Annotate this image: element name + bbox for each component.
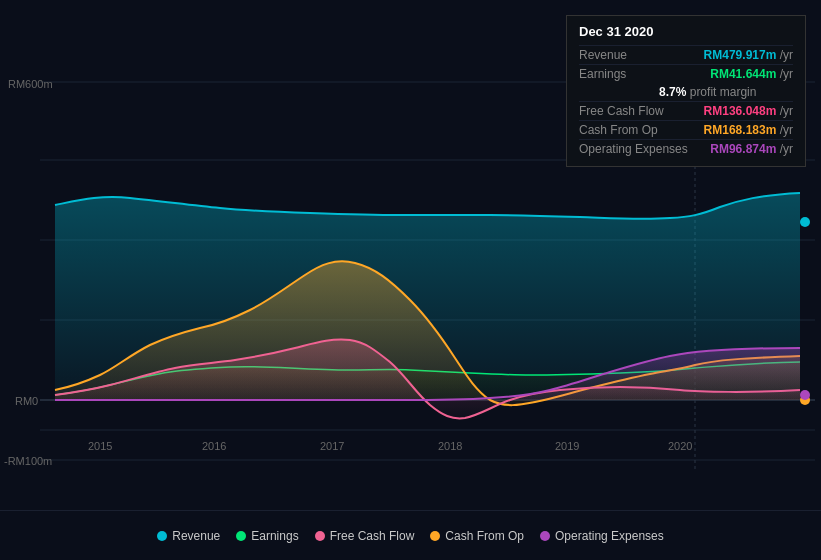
legend-dot-opex <box>540 531 550 541</box>
tooltip-row-earnings: Earnings RM41.644m /yr <box>579 64 793 83</box>
tooltip-value-fcf: RM136.048m /yr <box>704 104 793 118</box>
svg-point-9 <box>800 217 810 227</box>
legend-label-cashfromop: Cash From Op <box>445 529 524 543</box>
legend-item-revenue[interactable]: Revenue <box>157 529 220 543</box>
tooltip-value-cashfromop: RM168.183m /yr <box>704 123 793 137</box>
y-label-neg100m: -RM100m <box>4 455 52 467</box>
tooltip-value-revenue: RM479.917m /yr <box>704 48 793 62</box>
tooltip-date: Dec 31 2020 <box>579 24 793 39</box>
tooltip-label-opex: Operating Expenses <box>579 142 688 156</box>
tooltip-row-margin: 8.7% profit margin <box>579 83 793 101</box>
legend: Revenue Earnings Free Cash Flow Cash Fro… <box>0 510 821 560</box>
tooltip-row-cashfromop: Cash From Op RM168.183m /yr <box>579 120 793 139</box>
legend-dot-earnings <box>236 531 246 541</box>
tooltip-label-earnings: Earnings <box>579 67 626 81</box>
x-label-2018: 2018 <box>438 440 462 452</box>
legend-label-earnings: Earnings <box>251 529 298 543</box>
tooltip-box: Dec 31 2020 Revenue RM479.917m /yr Earni… <box>566 15 806 167</box>
tooltip-value-margin: 8.7% profit margin <box>659 85 756 99</box>
legend-label-fcf: Free Cash Flow <box>330 529 415 543</box>
legend-dot-revenue <box>157 531 167 541</box>
x-label-2019: 2019 <box>555 440 579 452</box>
tooltip-row-revenue: Revenue RM479.917m /yr <box>579 45 793 64</box>
tooltip-value-opex: RM96.874m /yr <box>710 142 793 156</box>
tooltip-label-revenue: Revenue <box>579 48 627 62</box>
legend-item-fcf[interactable]: Free Cash Flow <box>315 529 415 543</box>
tooltip-row-fcf: Free Cash Flow RM136.048m /yr <box>579 101 793 120</box>
tooltip-row-opex: Operating Expenses RM96.874m /yr <box>579 139 793 158</box>
y-label-600m: RM600m <box>8 78 53 90</box>
legend-dot-cashfromop <box>430 531 440 541</box>
y-label-0: RM0 <box>15 395 38 407</box>
legend-item-opex[interactable]: Operating Expenses <box>540 529 664 543</box>
tooltip-label-fcf: Free Cash Flow <box>579 104 664 118</box>
x-label-2017: 2017 <box>320 440 344 452</box>
x-label-2015: 2015 <box>88 440 112 452</box>
tooltip-value-earnings: RM41.644m /yr <box>710 67 793 81</box>
tooltip-label-cashfromop: Cash From Op <box>579 123 658 137</box>
legend-dot-fcf <box>315 531 325 541</box>
svg-point-11 <box>800 390 810 400</box>
x-label-2016: 2016 <box>202 440 226 452</box>
x-label-2020: 2020 <box>668 440 692 452</box>
legend-item-earnings[interactable]: Earnings <box>236 529 298 543</box>
legend-label-revenue: Revenue <box>172 529 220 543</box>
legend-item-cashfromop[interactable]: Cash From Op <box>430 529 524 543</box>
legend-label-opex: Operating Expenses <box>555 529 664 543</box>
chart-area: RM600m RM0 -RM100m 2015 2016 2017 2018 2… <box>0 0 821 510</box>
